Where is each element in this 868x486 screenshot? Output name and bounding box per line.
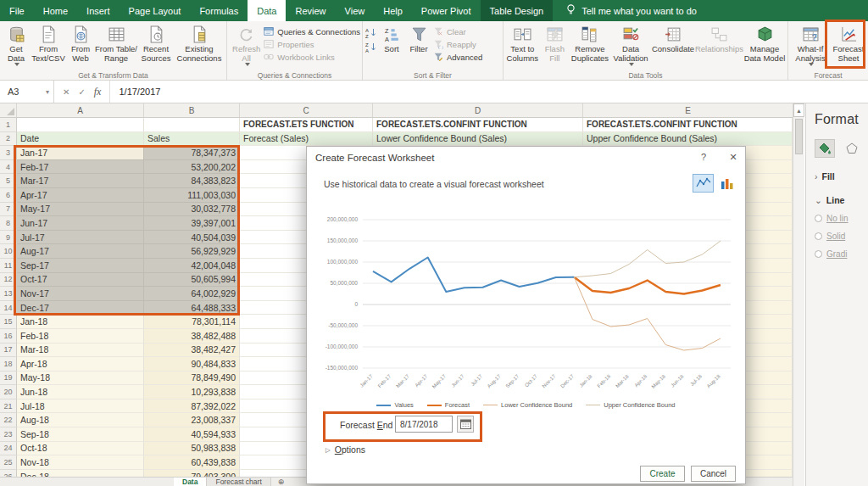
cell[interactable]: Sep-17 <box>17 259 144 273</box>
row-number[interactable]: 9 <box>0 231 17 245</box>
cell[interactable]: 64,488,333 <box>144 301 240 316</box>
cell[interactable]: 38,482,427 <box>144 344 240 358</box>
row-number[interactable]: 13 <box>0 287 17 301</box>
from-text-csv-button[interactable]: From Text/CSV <box>31 22 66 63</box>
name-box[interactable]: A3 ▾ <box>0 81 54 103</box>
ribbon-tab-review[interactable]: Review <box>286 0 335 21</box>
cell[interactable]: Forecast (Sales) <box>240 132 373 147</box>
filter-button[interactable]: Filter <box>404 22 433 54</box>
cell[interactable]: 90,484,833 <box>144 357 240 371</box>
cell[interactable]: 78,347,373 <box>144 146 240 160</box>
flash-fill-button[interactable]: Flash Fill <box>540 22 570 63</box>
cell[interactable]: Jul-18 <box>17 399 144 414</box>
line-chart-type-button[interactable] <box>693 174 714 193</box>
cell[interactable]: Jan-18 <box>17 315 144 329</box>
scroll-up-icon[interactable]: ▲ <box>793 103 804 117</box>
sheet-tab-forecast-chart[interactable]: Forecast chart <box>207 478 270 486</box>
forecast-end-input[interactable]: 8/17/2018 <box>395 416 453 433</box>
cell[interactable]: 10,293,838 <box>144 385 240 399</box>
ribbon-tab-file[interactable]: File <box>0 0 34 21</box>
row-number[interactable]: 2 <box>0 132 17 147</box>
column-chart-type-button[interactable] <box>716 174 737 193</box>
refresh-all-button[interactable]: Refresh All <box>229 22 264 66</box>
cell[interactable]: Jun-18 <box>17 385 144 399</box>
row-number[interactable]: 22 <box>0 413 17 427</box>
namebox-caret-icon[interactable]: ▾ <box>46 88 49 96</box>
cell[interactable]: 64,002,929 <box>144 287 240 301</box>
what-if-analysis-button[interactable]: ? What-If Analysis <box>790 22 831 66</box>
gradient-line-radio[interactable]: Gradi <box>815 249 868 259</box>
column-header-a[interactable]: A <box>17 103 144 117</box>
clear-filter-button[interactable]: Clear <box>433 26 482 36</box>
recent-sources-button[interactable]: Recent Sources <box>137 22 175 63</box>
cell[interactable]: Oct-17 <box>17 273 144 288</box>
remove-duplicates-button[interactable]: Remove Duplicates <box>570 22 610 63</box>
formula-input[interactable]: 1/17/2017 <box>110 87 160 97</box>
cell[interactable]: Mar-17 <box>17 174 144 188</box>
cell[interactable]: Dec-17 <box>17 301 144 316</box>
cell[interactable]: 39,397,001 <box>144 216 240 231</box>
from-web-button[interactable]: From Web <box>66 22 95 63</box>
data-validation-button[interactable]: Data Validation <box>610 22 651 66</box>
cell[interactable]: Mar-18 <box>17 344 144 358</box>
cell[interactable]: FORECAST.ETS.CONFINT FUNCTION <box>373 118 583 132</box>
row-number[interactable]: 5 <box>0 174 17 188</box>
manage-data-model-button[interactable]: Manage Data Model <box>743 22 786 63</box>
cell[interactable]: Upper Confidence Bound (Sales) <box>583 132 793 147</box>
row-number[interactable]: 15 <box>0 315 17 329</box>
ribbon-tab-home[interactable]: Home <box>34 0 77 21</box>
fill-line-tab[interactable] <box>815 139 835 158</box>
cell[interactable] <box>17 118 144 132</box>
dialog-close-button[interactable]: ✕ <box>726 152 740 163</box>
fill-section[interactable]: › Fill <box>815 171 868 182</box>
cell[interactable]: Feb-18 <box>17 329 144 344</box>
cell[interactable]: Jul-17 <box>17 231 144 245</box>
vertical-scrollbar[interactable]: ▲ <box>793 103 804 486</box>
cancel-button[interactable]: Cancel <box>691 466 736 482</box>
forecast-sheet-button[interactable]: Forecast Sheet <box>831 22 866 63</box>
ribbon-tab-help[interactable]: Help <box>374 0 412 21</box>
tell-me-box[interactable]: Tell me what you want to do <box>553 0 697 21</box>
cell[interactable]: 38,482,488 <box>144 329 240 344</box>
cell[interactable] <box>144 118 240 132</box>
cell[interactable]: 111,003,030 <box>144 188 240 203</box>
row-number[interactable]: 11 <box>0 259 17 273</box>
cell[interactable]: Nov-17 <box>17 287 144 301</box>
ribbon-tab-data[interactable]: Data <box>248 0 286 21</box>
cell[interactable]: Aug-18 <box>17 413 144 427</box>
solid-line-radio[interactable]: Solid <box>815 232 868 241</box>
cell[interactable]: May-18 <box>17 371 144 386</box>
sort-button[interactable]: ZA Sort <box>379 22 404 54</box>
date-picker-button[interactable] <box>457 416 474 433</box>
cell[interactable]: 23,008,337 <box>144 413 240 427</box>
row-number[interactable]: 6 <box>0 188 17 203</box>
relationships-button[interactable]: Relationships <box>695 22 743 54</box>
cell[interactable]: May-17 <box>17 203 144 217</box>
ribbon-tab-formulas[interactable]: Formulas <box>190 0 248 21</box>
cell[interactable]: FORECAST.ETS.CONFINT FUNCTION <box>583 118 793 132</box>
row-number[interactable]: 25 <box>0 455 17 470</box>
cell[interactable]: 56,929,929 <box>144 244 240 259</box>
row-number[interactable]: 21 <box>0 399 17 414</box>
no-line-radio[interactable]: No lin <box>815 214 868 223</box>
effects-tab[interactable] <box>842 139 862 158</box>
cell[interactable]: Sep-18 <box>17 427 144 442</box>
cell[interactable]: 50,983,838 <box>144 442 240 456</box>
create-button[interactable]: Create <box>640 466 685 482</box>
workbook-links-button[interactable]: Workbook Links <box>264 52 360 62</box>
cell[interactable]: Lower Confidence Bound (Sales) <box>373 132 583 147</box>
cell[interactable]: 50,605,994 <box>144 273 240 288</box>
column-header-d[interactable]: D <box>373 103 583 117</box>
reapply-filter-button[interactable]: Reapply <box>433 39 482 49</box>
sort-descending-button[interactable]: ZA <box>364 42 377 54</box>
existing-connections-button[interactable]: Existing Connections <box>175 22 224 63</box>
cell[interactable]: 40,594,933 <box>144 427 240 442</box>
dialog-help-button[interactable]: ? <box>697 152 710 162</box>
cell[interactable]: 53,200,202 <box>144 160 240 175</box>
cell[interactable]: Oct-18 <box>17 442 144 456</box>
ribbon-tab-table-design[interactable]: Table Design <box>481 0 554 21</box>
ribbon-tab-page-layout[interactable]: Page Layout <box>120 0 191 21</box>
row-number[interactable]: 7 <box>0 203 17 217</box>
cell[interactable]: 42,004,048 <box>144 259 240 273</box>
scrollbar-thumb[interactable] <box>795 119 803 154</box>
